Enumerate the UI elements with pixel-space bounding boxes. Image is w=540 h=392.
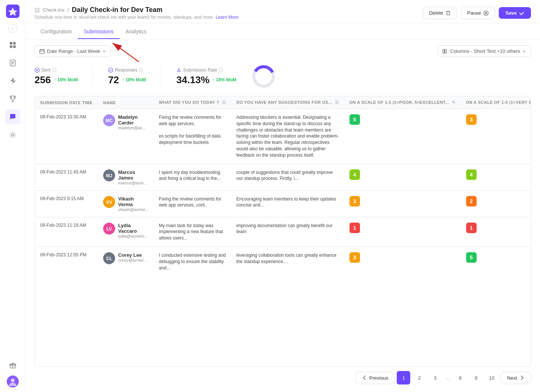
cell-name: CL Corey Lee corey@acmei... <box>98 247 154 276</box>
cell-scale2: 3 <box>461 109 531 164</box>
calendar-icon <box>39 49 45 54</box>
page-10[interactable]: 10 <box>485 371 498 385</box>
col-suggestions: DO YOU HAVE ANY SUGGESTIONS FOR US... ☰ <box>231 96 344 109</box>
cell-date: 09-Feb-2023 11:45 AM <box>35 164 98 190</box>
pause-button[interactable]: Pause <box>461 7 495 19</box>
cell-today: I conducted extensive testing and debugg… <box>154 247 231 276</box>
cell-scale1: 5 <box>344 109 461 164</box>
main-content: Check-ins / Daily Check-in for Dev Team … <box>26 0 540 392</box>
sidebar-item-doc[interactable] <box>5 55 20 70</box>
columns-filter[interactable]: Columns - Short Text +10 others <box>438 45 531 57</box>
col-scale2: ON A SCALE OF 1-5 (1=VERY SATISFIED,... … <box>461 96 531 109</box>
col-date: SUBMISSION DATE TIME <box>35 96 98 109</box>
svg-rect-2 <box>13 42 16 45</box>
svg-point-15 <box>11 379 15 382</box>
stat-divider-1 <box>93 67 93 86</box>
arrow-left-icon <box>362 375 367 380</box>
chevron-down-icon2 <box>522 49 526 53</box>
svg-point-11 <box>12 134 14 136</box>
page-title: Daily Check-in for Dev Team <box>72 6 162 14</box>
next-button[interactable]: Next <box>501 372 531 384</box>
tab-configuration[interactable]: Configuration <box>34 25 78 39</box>
svg-text:i: i <box>141 69 142 72</box>
svg-rect-1 <box>10 42 12 45</box>
sidebar-collapse-button[interactable]: › <box>8 24 17 33</box>
svg-rect-24 <box>445 49 447 53</box>
delete-button[interactable]: Delete <box>423 7 457 19</box>
cell-scale1: 1 <box>344 217 461 247</box>
sidebar-item-bolt[interactable] <box>5 73 20 88</box>
page-9[interactable]: 9 <box>469 371 483 385</box>
date-range-filter[interactable]: Date Range - Last Week <box>34 45 111 57</box>
cell-suggestions: couple of suggestions that could greatly… <box>231 164 344 190</box>
save-button[interactable]: Save <box>499 7 531 19</box>
cell-date: 09-Feb-2023 12:05 PM <box>35 247 98 276</box>
user-avatar-0: MC <box>103 114 115 126</box>
cell-suggestions: leveraging collaboration tools can great… <box>231 247 344 276</box>
sidebar-item-settings[interactable] <box>5 127 20 142</box>
svg-rect-3 <box>10 45 12 48</box>
cell-name: MC Madelyn Carder madelyn@ac... <box>98 109 154 164</box>
donut-chart <box>252 64 276 88</box>
sidebar-item-gift[interactable] <box>5 358 20 373</box>
info-icon2: i <box>139 68 143 72</box>
table-row: 09-Feb-2023 11:18 AM LV Lydia Vaccaro ly… <box>35 217 531 247</box>
sidebar-item-grid[interactable] <box>5 37 20 52</box>
table-row: 09-Feb-2023 10:30 AM MC Madelyn Carder m… <box>35 109 531 164</box>
cell-scale2: 4 <box>461 164 531 190</box>
col-today: WHAT DID YOU DO TODAY ? ☰ <box>154 96 231 109</box>
cell-suggestions: Addressing blockers is essential. Design… <box>231 109 344 164</box>
user-avatar[interactable] <box>7 376 19 388</box>
info-icon3: i <box>219 68 223 72</box>
stat-divider-2 <box>161 67 161 86</box>
svg-rect-23 <box>443 49 444 53</box>
svg-rect-4 <box>13 45 16 48</box>
table-row: 09-Feb-2023 11:45 AM MJ Marcus James mar… <box>35 164 531 190</box>
svg-rect-17 <box>485 12 486 14</box>
page-dots: ... <box>444 375 451 381</box>
cell-today: Fixing the review comments for web app s… <box>154 109 231 164</box>
cell-scale1: 3 <box>344 247 461 276</box>
page-1[interactable]: 1 <box>397 371 410 385</box>
breadcrumb-link[interactable]: Check-ins <box>43 7 64 13</box>
user-avatar-3: LV <box>103 223 115 235</box>
cell-name: MJ Marcus James marcus@acm... <box>98 164 154 190</box>
page-3[interactable]: 3 <box>428 371 442 385</box>
arrow-right-icon <box>519 375 525 380</box>
svg-text:MJ: MJ <box>106 173 112 178</box>
content-area: Date Range - Last Week Columns - Short T… <box>26 39 540 392</box>
svg-point-16 <box>484 11 488 15</box>
table-row: 09-Feb-2023 12:05 PM CL Corey Lee corey@… <box>35 247 531 276</box>
header: Check-ins / Daily Check-in for Dev Team … <box>26 0 540 23</box>
cell-today: Fixing the review comments for web app s… <box>154 190 231 217</box>
learn-more-link[interactable]: Learn More <box>216 15 238 20</box>
col-name: NAME <box>98 96 154 109</box>
submissions-table: SUBMISSION DATE TIME NAME WHAT DID YOU D… <box>34 96 531 367</box>
tab-submissions[interactable]: Submissions <box>78 25 119 39</box>
cell-scale1: 3 <box>344 190 461 217</box>
cell-suggestions: improving documentation can greatly bene… <box>231 217 344 247</box>
cell-today: I spent my day troubleshooting and fixin… <box>154 164 231 190</box>
svg-text:CL: CL <box>106 256 112 261</box>
previous-button[interactable]: Previous <box>356 372 395 384</box>
page-2[interactable]: 2 <box>412 371 426 385</box>
check-icon <box>519 10 524 16</box>
sent-icon <box>34 67 40 73</box>
stat-sent: Sent i 256 ↑ 18% MoM <box>34 67 78 86</box>
svg-point-29 <box>108 68 113 72</box>
breadcrumb-separator: / <box>68 7 69 13</box>
sidebar-item-chat[interactable] <box>5 109 20 124</box>
cell-scale2: 5 <box>461 247 531 276</box>
sidebar-item-trophy[interactable] <box>5 91 20 106</box>
user-avatar-1: MJ <box>103 169 115 181</box>
subtitle: Schedule one-time or recurrant check-ins… <box>34 15 238 20</box>
svg-rect-19 <box>40 49 44 54</box>
app-logo[interactable] <box>6 4 20 18</box>
page-8[interactable]: 8 <box>453 371 467 385</box>
columns-icon <box>442 49 448 54</box>
rate-icon <box>176 67 182 73</box>
tab-analytics[interactable]: Analytics <box>120 25 153 39</box>
cell-scale2: 1 <box>461 217 531 247</box>
svg-text:i: i <box>221 69 222 72</box>
svg-text:VV: VV <box>106 200 112 205</box>
